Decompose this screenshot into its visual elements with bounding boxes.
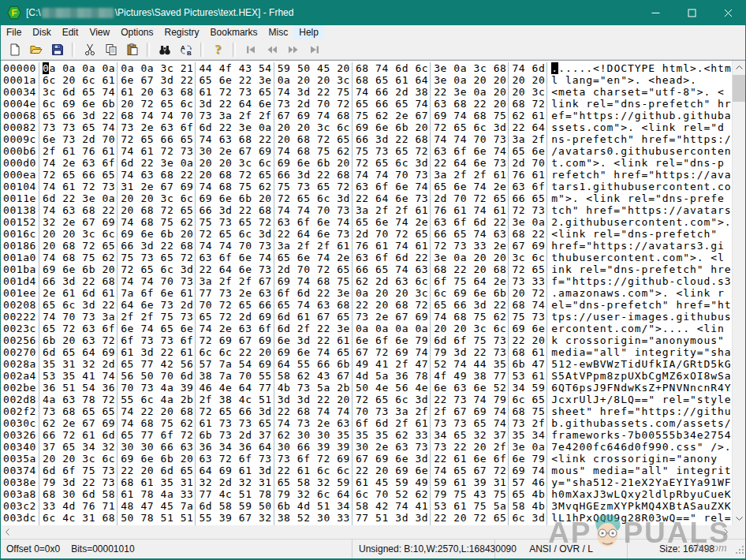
hex-row[interactable]: 000ea72 65 66 6574 63 68 2220 68 72 6566… [1, 169, 732, 181]
hex-row[interactable]: 0011e6d 22 3e 0a20 20 3c 6c69 6e 6b 2072… [1, 192, 732, 204]
menu-misc[interactable]: Misc [263, 25, 294, 39]
svg-text:B: B [187, 50, 192, 56]
toolbar-separator [200, 43, 203, 57]
vertical-scrollbar[interactable] [732, 61, 745, 525]
hex-row[interactable]: 0022274 70 73 3a2f 2f 75 7365 72 2d 696d… [1, 311, 732, 323]
scroll-right-arrow-icon[interactable] [719, 525, 733, 539]
hex-row[interactable]: 003a868 30 6d 5861 78 4a 3377 4c 51 7879… [1, 488, 732, 500]
nav-prev-button[interactable] [261, 40, 282, 58]
vertical-scroll-thumb[interactable] [733, 75, 745, 102]
toolbar-separator [147, 43, 150, 57]
status-size-section: Size: 167498 [628, 539, 746, 558]
redacted-path-segment [42, 8, 114, 18]
status-mode-section: ANSI / OVR / L [495, 539, 628, 558]
save-button[interactable] [47, 40, 68, 58]
status-bar: Offset 0=0x0 Bits=00001010 Unsigned: B:1… [0, 539, 746, 558]
scroll-down-arrow-icon[interactable] [733, 512, 745, 525]
nav-first-button[interactable] [240, 40, 261, 58]
hex-grid[interactable]: 000000a 0a 0a 0a0a 0a 3c 2144 4f 43 5459… [1, 61, 732, 525]
menu-help[interactable]: Help [293, 25, 324, 39]
hex-editor-area: 000000a 0a 0a 0a0a 0a 3c 2144 4f 43 5459… [1, 60, 745, 525]
hex-row[interactable]: 003746d 6f 75 7322 20 6d 6564 69 61 3d22… [1, 465, 732, 476]
hex-row[interactable]: 002706d 65 64 6961 3d 22 616c 6c 22 2069… [1, 346, 732, 358]
toolbar-separator [233, 43, 236, 57]
hex-row[interactable]: 0008273 73 65 7473 2e 63 6f6d 22 3e 0a20… [1, 121, 732, 133]
scroll-left-arrow-icon[interactable] [1, 525, 14, 539]
hex-row[interactable]: 0006865 66 3d 2268 74 74 7073 3a 2f 2f67… [1, 110, 732, 121]
open-file-button[interactable] [25, 40, 47, 58]
find-button[interactable] [154, 40, 175, 58]
frhed-app-icon: F [7, 6, 21, 20]
hex-row[interactable]: 0010474 61 72 7331 2e 67 6974 68 75 6275… [1, 181, 732, 192]
title-prefix: [C:\ [26, 7, 41, 18]
menu-disk[interactable]: Disk [27, 25, 56, 39]
cut-button[interactable] [79, 40, 100, 58]
hex-row[interactable]: 000343c 6d 65 7461 20 63 6861 72 73 6574… [1, 86, 732, 98]
status-mode: ANSI / OVR / L [529, 543, 593, 554]
menu-bookmarks[interactable]: Bookmarks [205, 25, 263, 39]
copy-button[interactable] [100, 40, 121, 58]
scrollbar-corner [733, 525, 745, 539]
help-button[interactable]: ? [207, 40, 229, 58]
status-bits: Bits=00001010 [71, 543, 134, 554]
menu-bar: FileDiskEditViewOptionsRegistryBookmarks… [1, 25, 745, 39]
hex-row[interactable]: 0034037 65 34 3230 30 66 6336 34 36 6430… [1, 441, 732, 453]
hex-row[interactable]: 002a453 35 41 7456 50 70 6d38 7a 70 5558… [1, 370, 732, 382]
hex-row[interactable]: 002be36 51 54 3670 73 4a 3946 4e 64 774b… [1, 382, 732, 394]
hex-row[interactable]: 0020865 6c 3d 2264 6e 73 2d70 72 65 6665… [1, 299, 732, 311]
hex-row[interactable]: 0030c62 2e 67 6974 68 75 6261 73 73 6574… [1, 417, 732, 429]
question-mark-icon: ? [215, 43, 222, 57]
scroll-up-arrow-icon[interactable] [733, 61, 745, 74]
toolbar: AB ? [1, 39, 745, 60]
hex-row[interactable]: 0013874 63 68 2220 68 72 6566 3d 22 6874… [1, 204, 732, 216]
menu-options[interactable]: Options [115, 25, 159, 39]
hex-row[interactable]: 001a074 68 75 6275 73 65 7263 6f 6e 7465… [1, 252, 732, 263]
hex-row[interactable]: 0032666 72 61 6d65 77 6f 726b 73 2d 3762… [1, 429, 732, 441]
status-offset-section: Offset 0=0x0 Bits=00001010 [0, 539, 352, 558]
hex-row[interactable]: 0004e6c 69 6e 6b20 72 65 6c3d 22 64 6e73… [1, 98, 732, 110]
hex-row[interactable]: 003c233 4d 76 7148 47 45 7a6d 58 59 506b… [1, 500, 732, 512]
frhed-window: F [C:\ \Pictures\Saved Pictures\text.HEX… [0, 0, 746, 560]
hex-row[interactable]: 001d466 3d 22 6874 74 70 733a 2f 2f 6769… [1, 275, 732, 287]
menu-registry[interactable]: Registry [159, 25, 205, 39]
window-controls [637, 0, 746, 25]
hex-row[interactable]: 0023c65 72 63 6f6e 74 65 6e74 2e 63 6f6d… [1, 323, 732, 334]
hex-row[interactable]: 0018620 68 72 6566 3d 22 6874 74 70 733a… [1, 240, 732, 252]
status-unsigned: Unsigned: B:10,W:2570,L:168430090 [359, 543, 517, 554]
nav-last-button[interactable] [304, 40, 325, 58]
status-size: Size: 167498 [659, 543, 714, 554]
hex-row[interactable]: 000000a 0a 0a 0a0a 0a 3c 2144 4f 43 5459… [1, 62, 732, 74]
menu-file[interactable]: File [1, 25, 27, 39]
hex-row[interactable]: 003dc6c 4c 31 6850 78 51 5155 39 67 3238… [1, 512, 732, 524]
hex-row[interactable]: 000b62f 61 76 6174 61 72 7330 2e 67 6974… [1, 145, 732, 157]
new-file-button[interactable] [4, 40, 25, 58]
hex-row[interactable]: 002f273 68 65 6574 22 20 6872 65 66 3d22… [1, 405, 732, 417]
menu-view[interactable]: View [84, 25, 115, 39]
horizontal-scrollbar[interactable] [1, 525, 733, 539]
replace-button[interactable]: AB [175, 40, 196, 58]
hex-row[interactable]: 0009c6e 73 2d 7072 65 66 6574 63 68 2220… [1, 133, 732, 145]
menu-edit[interactable]: Edit [57, 25, 84, 39]
hex-row[interactable]: 0016c20 20 3c 6c69 6e 6b 2072 65 6c 3d22… [1, 228, 732, 240]
maximize-button[interactable] [673, 0, 710, 25]
paste-button[interactable] [121, 40, 143, 58]
svg-text:F: F [11, 8, 17, 17]
hex-row[interactable]: 0028a35 31 32 2d65 77 42 5657 7a 54 6964… [1, 358, 732, 370]
close-button[interactable] [710, 0, 746, 25]
hex-row[interactable]: 002d84a 63 78 7255 6c 4a 2b2f 38 4c 513d… [1, 394, 732, 405]
hex-row[interactable]: 001ee2e 61 6d 617a 6f 6e 6177 73 2e 636f… [1, 287, 732, 299]
hex-row[interactable]: 0038e79 3d 22 7368 61 35 3132 2d 32 3165… [1, 476, 732, 488]
hex-row[interactable]: 0001a6c 20 6c 616e 67 3d 2265 6e 22 3e0a… [1, 74, 732, 86]
toolbar-separator [72, 43, 75, 57]
hex-row[interactable]: 0035a20 20 3c 6c69 6e 6b 2063 72 6f 7373… [1, 453, 732, 465]
hex-row[interactable]: 001ba69 6e 6b 2072 65 6c 3d22 64 6e 732d… [1, 263, 732, 275]
hex-row[interactable]: 000d074 2e 63 6f6d 22 3e 0a20 20 3c 6c69… [1, 157, 732, 169]
minimize-button[interactable] [637, 0, 673, 25]
status-offset: Offset 0=0x0 [6, 543, 60, 554]
hex-row[interactable]: 002566b 20 63 726f 73 73 6f72 69 67 696e… [1, 334, 732, 346]
status-unsigned-section: Unsigned: B:10,W:2570,L:168430090 [352, 539, 495, 558]
resize-grip[interactable] [735, 545, 744, 557]
title-suffix: \Pictures\Saved Pictures\text.HEX] - Frh… [115, 7, 294, 18]
hex-row[interactable]: 0015232 2e 67 6974 68 75 6275 73 65 7263… [1, 216, 732, 228]
nav-next-button[interactable] [282, 40, 304, 58]
